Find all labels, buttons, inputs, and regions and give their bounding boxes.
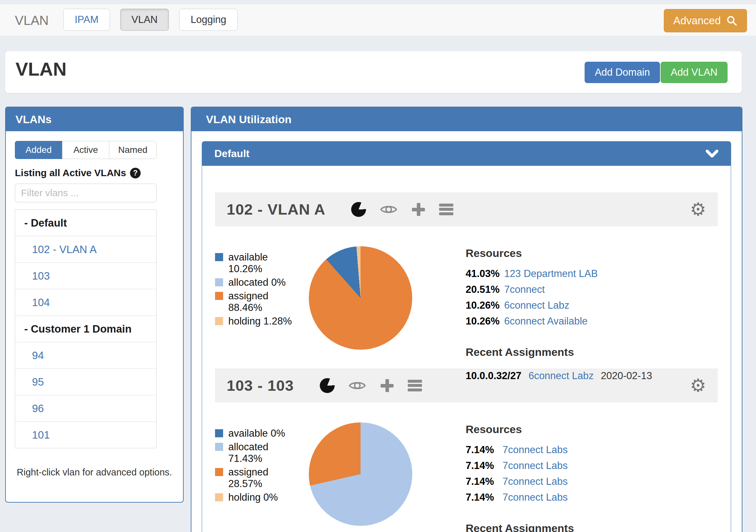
resource-link[interactable]: 7connect [504,284,545,295]
vlan-utilization-title: VLAN Utilization [191,107,742,131]
legend-label: assigned 28.57% [228,466,302,490]
resource-row: 10.26%6connect Available [466,315,711,327]
resource-percent: 10.26% [466,300,500,311]
tab-logging[interactable]: Logging [179,9,237,31]
listing-label-row: Listing all Active VLANs ? [15,168,174,178]
resource-percent: 7.14% [466,460,498,471]
domain-group-title: Default [214,148,249,160]
legend-row-allocated: allocated 71.43% [215,441,302,465]
legend-swatch-holding [215,317,223,325]
vlan-list-item-95[interactable]: 95 [15,369,156,395]
legend-swatch-allocated [215,278,223,286]
resource-row: 7.14%7connect Labs [466,460,711,471]
plus-icon[interactable] [411,202,425,217]
recent-assignment-row: 10.0.0.32/276connect Labz2020-02-13 [466,370,711,382]
page-header-card: VLAN Add Domain Add VLAN [5,51,742,93]
filter-vlans-input[interactable] [15,184,156,202]
assignment-date: 2020-02-13 [601,370,652,381]
pie-chart-icon[interactable] [320,378,335,393]
navbar-tabs: IPAM VLAN Logging [63,9,238,31]
resource-link[interactable]: 6connect Labz [504,300,569,311]
legend-swatch-holding [215,493,223,501]
chevron-down-icon[interactable] [706,149,718,158]
vlan-utilization-panel: VLAN Utilization Default 102 - VLAN A [191,107,742,532]
resource-percent: 7.14% [466,444,498,456]
add-domain-button[interactable]: Add Domain [585,62,660,83]
resource-link[interactable]: 123 Department LAB [504,268,598,279]
help-question-icon[interactable]: ? [130,168,141,178]
legend-swatch-assigned [215,292,223,300]
tab-added[interactable]: Added [15,141,63,159]
domain-group-default: Default 102 - VLAN A [202,141,731,532]
vlan-list-domain-customer1[interactable]: - Customer 1 Domain [15,316,156,342]
resource-link[interactable]: 7connect Labs [502,492,568,503]
vlan-list-item-102[interactable]: 102 - VLAN A [15,236,156,263]
search-icon [726,15,738,27]
add-vlan-button[interactable]: Add VLAN [661,62,728,83]
vlans-panel-title: VLANs [6,107,183,131]
assignment-link[interactable]: 6connect Labz [528,370,594,381]
vlan-card-103: 103 - 103 [215,368,718,532]
tab-active[interactable]: Active [62,141,110,159]
legend-label: allocated 71.43% [228,441,302,465]
legend-label: allocated 0% [228,277,286,288]
resources-heading: Resources [466,423,711,436]
resource-link[interactable]: 6connect Available [504,315,587,327]
resource-row: 7.14%7connect Labs [466,444,711,456]
legend-label: holding 0% [228,492,278,503]
tab-named[interactable]: Named [109,141,156,159]
legend-label: available 0% [228,428,285,439]
listing-label: Listing all Active VLANs [15,168,126,178]
pie-chart-icon[interactable] [351,202,366,217]
vlans-panel-body: Added Active Named Listing all Active VL… [6,131,183,488]
vlan-list-item-104[interactable]: 104 [15,289,156,316]
page-title: VLAN [15,58,67,80]
advanced-search-button[interactable]: Advanced [664,9,747,32]
legend-label: holding 1.28% [228,315,292,327]
vlan-list-item-103[interactable]: 103 [15,263,156,289]
vlan-list-item-94[interactable]: 94 [15,342,156,369]
vlan-page: VLAN IPAM VLAN Logging Advanced VLAN Add… [0,0,756,532]
vlan-card-102-details: Resources 41.03%123 Department LAB 20.51… [466,247,711,368]
resources-heading: Resources [466,247,711,259]
utilization-pie-chart-102 [309,246,412,350]
recent-assignments-heading: Recent Assignments [466,522,711,532]
resource-row: 7.14%7connect Labs [466,476,711,488]
resource-link[interactable]: 7connect Labs [502,460,568,471]
eye-icon[interactable] [380,203,398,216]
tab-ipam[interactable]: IPAM [63,9,110,31]
resource-link[interactable]: 7connect Labs [502,444,568,455]
domain-group-header[interactable]: Default [202,142,731,166]
vlan-card-102-legend: available 10.26% allocated 0% assigned 8… [215,252,302,368]
vlans-sidebar-panel: VLANs Added Active Named Listing all Act… [5,107,184,503]
resource-link[interactable]: 7connect Labs [502,476,568,487]
vlan-card-102-toolbar [351,202,453,217]
vlan-card-103-toolbar [320,378,422,393]
advanced-label: Advanced [673,14,721,27]
navbar-brand: VLAN [15,13,49,28]
legend-swatch-available [215,253,223,261]
resource-percent: 20.51% [466,284,500,295]
eye-icon[interactable] [348,380,366,392]
legend-label: assigned 88.46% [228,290,302,313]
vlan-list-item-96[interactable]: 96 [15,395,156,422]
utilization-pie-chart-103 [309,422,412,526]
legend-swatch-assigned [215,468,223,476]
vlan-list-item-101[interactable]: 101 [15,422,156,448]
vlan-utilization-body: Default 102 - VLAN A [191,131,742,532]
legend-label: available 10.26% [228,252,302,275]
gear-icon[interactable]: ⚙ [690,377,706,395]
list-bars-icon[interactable] [439,204,453,215]
vlan-list: - Default 102 - VLAN A 103 104 - Custome… [15,209,156,448]
plus-icon[interactable] [380,379,394,393]
sidebar-footer-note: Right-click vlan for advanced options. [15,467,174,478]
resource-row: 10.26%6connect Labz [466,300,711,311]
vlan-card-102-body: available 10.26% allocated 0% assigned 8… [215,226,718,368]
list-bars-icon[interactable] [408,380,422,391]
tab-vlan[interactable]: VLAN [120,9,169,31]
vlan-list-domain-default[interactable]: - Default [15,210,156,236]
legend-row-assigned: assigned 28.57% [215,466,302,490]
resource-row: 7.14%7connect Labs [466,492,711,503]
gear-icon[interactable]: ⚙ [690,200,706,219]
resource-row: 20.51%7connect [466,284,711,295]
